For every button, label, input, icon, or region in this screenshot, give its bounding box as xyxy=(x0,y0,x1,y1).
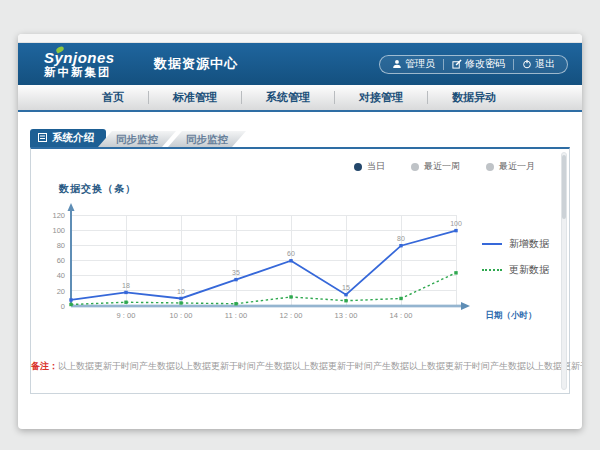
svg-text:15: 15 xyxy=(342,284,350,291)
edit-icon xyxy=(452,59,462,69)
solid-line-swatch-icon xyxy=(482,243,502,245)
panel-scrollbar[interactable] xyxy=(561,152,567,390)
tab-system-intro[interactable]: 系统介绍 xyxy=(30,129,106,147)
legend-label: 更新数据 xyxy=(509,263,549,277)
page-title: 数据资源中心 xyxy=(154,55,238,73)
svg-text:80: 80 xyxy=(397,235,405,242)
nav-item-interface-mgmt[interactable]: 对接管理 xyxy=(335,90,427,105)
svg-text:13 : 00: 13 : 00 xyxy=(335,311,358,320)
radio-today-label: 当日 xyxy=(367,160,385,173)
svg-text:35: 35 xyxy=(232,269,240,276)
nav-item-data-change[interactable]: 数据异动 xyxy=(428,90,520,105)
svg-text:0: 0 xyxy=(61,302,65,311)
content-panel: 当日 最近一周 最近一月 数据交换（条） 0204060801001209 : … xyxy=(30,147,570,394)
tab-label: 系统介绍 xyxy=(52,131,94,145)
radio-last-month-label: 最近一月 xyxy=(499,160,535,173)
user-actions: 管理员 修改密码 退出 xyxy=(379,55,568,74)
svg-text:100: 100 xyxy=(52,226,65,235)
legend-label: 新增数据 xyxy=(509,237,549,251)
legend-item-new-data: 新增数据 xyxy=(482,237,549,251)
app-window: Synjones 新中新集团 数据资源中心 管理员 修改密码 xyxy=(18,34,582,429)
svg-text:11 : 00: 11 : 00 xyxy=(225,311,247,320)
radio-selected-icon xyxy=(354,163,362,171)
tab-bar: 系统介绍 同步监控 同步监控 xyxy=(30,129,582,147)
logout-label: 退出 xyxy=(535,57,555,71)
content-area: 系统介绍 同步监控 同步监控 当日 最近一周 xyxy=(18,112,582,394)
logout-button[interactable]: 退出 xyxy=(514,56,563,73)
svg-text:100: 100 xyxy=(450,220,462,227)
user-icon xyxy=(392,59,402,69)
footnote-prefix: 备注： xyxy=(31,361,58,371)
svg-text:14 : 00: 14 : 00 xyxy=(390,311,413,320)
footnote: 备注：以上数据更新于时间产生数据以上数据更新于时间产生数据以上数据更新于时间产生… xyxy=(31,360,569,373)
radio-today[interactable]: 当日 xyxy=(354,160,385,173)
svg-text:40: 40 xyxy=(57,271,65,280)
radio-unselected-icon xyxy=(411,163,419,171)
tab-sync-monitor-1[interactable]: 同步监控 xyxy=(98,131,176,147)
document-grid-icon xyxy=(38,132,47,144)
admin-button[interactable]: 管理员 xyxy=(384,56,443,73)
radio-last-week-label: 最近一周 xyxy=(424,160,460,173)
time-range-filter: 当日 最近一周 最近一月 xyxy=(31,149,569,173)
svg-text:18: 18 xyxy=(122,282,130,289)
svg-text:20: 20 xyxy=(57,287,65,296)
radio-last-week[interactable]: 最近一周 xyxy=(411,160,460,173)
admin-button-label: 管理员 xyxy=(405,57,435,71)
y-axis-title: 数据交换（条） xyxy=(59,182,569,196)
svg-text:60: 60 xyxy=(57,256,65,265)
nav-item-home[interactable]: 首页 xyxy=(78,90,148,105)
change-password-label: 修改密码 xyxy=(465,57,505,71)
radio-unselected-icon xyxy=(486,163,494,171)
svg-text:10: 10 xyxy=(177,288,185,295)
brand-logo: Synjones 新中新集团 xyxy=(32,50,140,78)
change-password-button[interactable]: 修改密码 xyxy=(444,56,513,73)
chart-legend: 新增数据 更新数据 xyxy=(482,237,549,277)
scrollbar-thumb[interactable] xyxy=(562,155,566,219)
svg-text:12 : 00: 12 : 00 xyxy=(280,311,303,320)
nav-item-standard-mgmt[interactable]: 标准管理 xyxy=(149,90,241,105)
nav-item-system-mgmt[interactable]: 系统管理 xyxy=(242,90,334,105)
footnote-text: 以上数据更新于时间产生数据以上数据更新于时间产生数据以上数据更新于时间产生数据以… xyxy=(58,361,582,371)
desktop-background: Synjones 新中新集团 数据资源中心 管理员 修改密码 xyxy=(0,0,600,450)
svg-text:10 : 00: 10 : 00 xyxy=(170,311,193,320)
svg-text:120: 120 xyxy=(52,211,65,220)
window-top-strip xyxy=(18,34,582,43)
svg-text:9 : 00: 9 : 00 xyxy=(117,311,136,320)
main-nav: 首页 标准管理 系统管理 对接管理 数据异动 xyxy=(18,85,582,112)
tab-sync-monitor-2[interactable]: 同步监控 xyxy=(168,131,246,147)
svg-text:60: 60 xyxy=(287,250,295,257)
legend-item-updated-data: 更新数据 xyxy=(482,263,549,277)
svg-text:80: 80 xyxy=(57,241,65,250)
svg-text:日期（小时）: 日期（小时） xyxy=(486,310,537,320)
power-icon xyxy=(522,59,532,69)
brand-subname: 新中新集团 xyxy=(44,66,140,78)
app-header: Synjones 新中新集团 数据资源中心 管理员 修改密码 xyxy=(18,43,582,85)
radio-last-month[interactable]: 最近一月 xyxy=(486,160,535,173)
dotted-line-swatch-icon xyxy=(482,269,502,271)
